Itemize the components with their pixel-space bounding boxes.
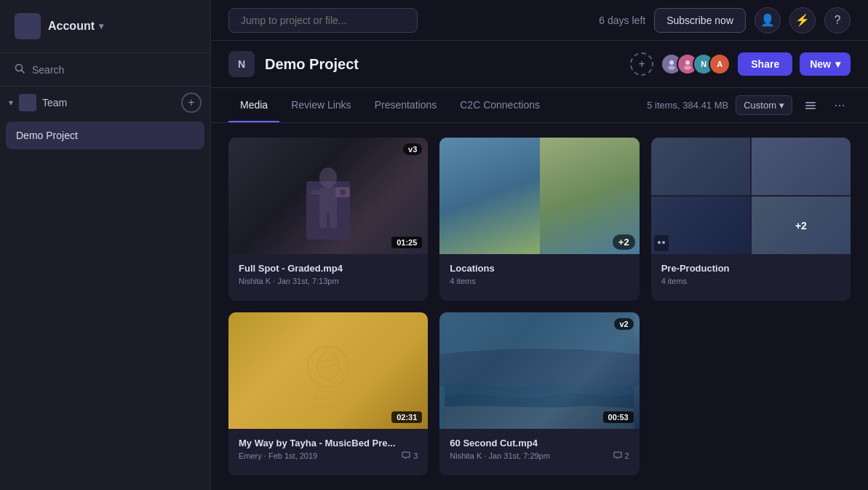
new-chevron-icon: ▾	[835, 58, 840, 70]
trial-text: 6 days left	[599, 15, 645, 26]
svg-text:ƎHT ∀: ƎHT ∀	[314, 394, 343, 401]
sidebar-team-section: ▾ Team +	[0, 87, 210, 119]
media-card-60-second[interactable]: v2 00:53 60 Second Cut.mp4 Nishita K · J…	[439, 312, 639, 475]
top-bar-right: 6 days left Subscribe now 👤 ⚡ ?	[599, 7, 851, 33]
duration-badge: 01:25	[391, 237, 422, 248]
media-title: Full Spot - Graded.mp4	[239, 263, 418, 274]
svg-rect-14	[330, 212, 337, 228]
media-info-full-spot: Full Spot - Graded.mp4 Nishita K · Jan 3…	[228, 254, 428, 294]
tab-presentations[interactable]: Presentations	[363, 88, 449, 122]
project-header-left: N Demo Project	[228, 51, 359, 77]
comment-count: 3	[402, 451, 418, 460]
lightning-button[interactable]: ⚡	[789, 7, 816, 33]
project-title: Demo Project	[265, 56, 359, 73]
team-avatar	[19, 94, 36, 111]
main-content: 6 days left Subscribe now 👤 ⚡ ? N Demo P…	[211, 0, 868, 490]
profile-icon: 👤	[760, 13, 775, 27]
custom-sort-dropdown[interactable]: Custom ▾	[736, 95, 792, 115]
sidebar-item-demo-project[interactable]: Demo Project	[6, 122, 204, 149]
avatar-group: N A	[661, 53, 730, 75]
tab-c2c-connections-label: C2C Connections	[460, 99, 540, 111]
media-card-locations[interactable]: +2 Locations 4 items	[439, 138, 639, 301]
media-thumb-locations: +2	[439, 138, 639, 254]
sidebar-account[interactable]: Account ▾	[0, 0, 210, 53]
avatar-4: A	[709, 53, 730, 75]
duration-badge: 00:53	[603, 411, 634, 423]
svg-rect-10	[319, 187, 337, 213]
media-meta: 4 items	[450, 277, 629, 285]
search-label: Search	[32, 64, 64, 76]
tabs-left: Media Review Links Presentations C2C Con…	[228, 88, 552, 122]
media-info-pre-production: Pre-Production 4 items	[651, 254, 851, 294]
media-card-pre-production[interactable]: +2 Pre-Production 4 items	[651, 138, 851, 301]
tab-c2c-connections[interactable]: C2C Connections	[448, 88, 552, 122]
media-title: My Way by Tayha - MusicBed Pre...	[239, 438, 418, 448]
tab-media-label: Media	[240, 99, 268, 111]
tab-review-links[interactable]: Review Links	[279, 88, 362, 122]
media-thumb-my-way: ƎHT ∀ COAST 02:31	[228, 312, 428, 429]
subscribe-button[interactable]: Subscribe now	[654, 8, 746, 33]
media-info-60-second: 60 Second Cut.mp4 Nishita K · Jan 31st, …	[439, 429, 639, 469]
help-button[interactable]: ?	[824, 7, 851, 33]
profile-button[interactable]: 👤	[754, 7, 781, 33]
list-view-button[interactable]	[800, 95, 821, 116]
thumb-locations-bg: +2	[439, 138, 639, 254]
project-header-right: + N A Share New ▾	[630, 52, 851, 76]
media-title: Locations	[450, 263, 629, 274]
media-meta: Nishita K · Jan 31st, 7:13pm	[239, 277, 418, 285]
project-icon: N	[228, 51, 255, 77]
team-name: Team	[42, 97, 67, 108]
media-meta-text: 4 items	[450, 277, 475, 285]
search-icon	[15, 63, 25, 76]
tab-media[interactable]: Media	[228, 88, 279, 122]
version-badge: v3	[403, 143, 422, 155]
lightning-icon: ⚡	[795, 13, 810, 27]
svg-rect-11	[311, 190, 321, 194]
top-bar-left	[228, 8, 599, 33]
svg-point-5	[684, 66, 691, 70]
more-options-button[interactable]: ···	[829, 95, 851, 116]
sort-label: Custom	[744, 100, 776, 111]
media-thumb-60-second: v2 00:53	[439, 312, 639, 429]
svg-text:COAST: COAST	[314, 403, 343, 410]
help-icon: ?	[835, 14, 841, 27]
media-grid: v3 01:25 Full Spot - Graded.mp4 Nishita …	[211, 123, 868, 490]
team-row[interactable]: ▾ Team	[9, 94, 67, 111]
media-card-full-spot[interactable]: v3 01:25 Full Spot - Graded.mp4 Nishita …	[228, 138, 428, 301]
media-meta: 4 items	[661, 277, 840, 285]
tabs-bar: Media Review Links Presentations C2C Con…	[211, 88, 868, 123]
account-avatar	[15, 13, 41, 39]
media-meta-text: Nishita K · Jan 31st, 7:29pm	[450, 451, 550, 460]
new-label: New	[810, 58, 831, 70]
sidebar: Account ▾ Search ▾ Team +	[0, 0, 211, 490]
media-meta-text: Nishita K · Jan 31st, 7:13pm	[239, 277, 339, 285]
svg-point-2	[669, 60, 674, 65]
add-member-button[interactable]: +	[630, 52, 653, 76]
media-meta: Nishita K · Jan 31st, 7:29pm 2	[450, 451, 629, 460]
project-header: N Demo Project + N A Share New	[211, 41, 868, 88]
add-team-button[interactable]: +	[181, 92, 202, 113]
share-button[interactable]: Share	[738, 52, 792, 76]
list-view-icon	[805, 100, 816, 111]
svg-point-18	[662, 241, 665, 244]
account-chevron-icon: ▾	[99, 21, 103, 31]
sidebar-search[interactable]: Search	[0, 53, 210, 87]
svg-point-16	[340, 189, 346, 195]
svg-point-9	[319, 167, 337, 188]
new-button[interactable]: New ▾	[800, 52, 851, 76]
jump-input[interactable]	[228, 8, 418, 33]
account-label-text: Account	[48, 20, 95, 33]
tab-presentations-label: Presentations	[375, 99, 437, 111]
items-count: 5 items, 384.41 MB	[647, 100, 728, 111]
media-meta-text: 4 items	[661, 277, 687, 285]
svg-point-4	[685, 60, 690, 65]
svg-point-17	[658, 241, 661, 244]
media-title: 60 Second Cut.mp4	[450, 438, 629, 448]
more-icon: ···	[834, 98, 845, 113]
media-card-my-way[interactable]: ƎHT ∀ COAST 02:31 My Way by Tayha - Musi…	[228, 312, 428, 475]
tabs-right: 5 items, 384.41 MB Custom ▾ ···	[647, 95, 851, 116]
thumb-preproduction-bg: +2	[651, 138, 851, 254]
top-bar: 6 days left Subscribe now 👤 ⚡ ?	[211, 0, 868, 41]
team-chevron-icon: ▾	[9, 98, 13, 108]
svg-rect-13	[319, 212, 327, 228]
